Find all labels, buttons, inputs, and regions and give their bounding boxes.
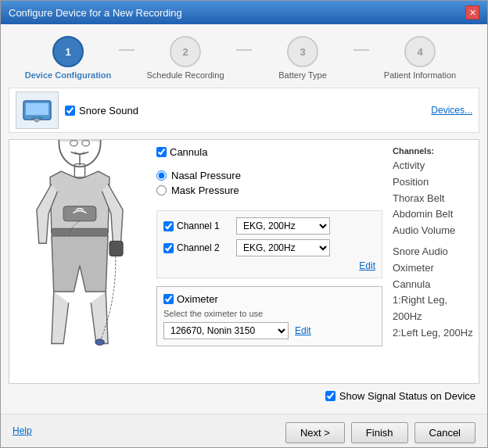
channel-1-checkbox[interactable] [163, 221, 174, 231]
step-connector-2 [236, 49, 252, 51]
step-3: 3 Battery Type [252, 36, 353, 80]
pressure-radio-group: Nasal Pressure Mask Pressure [156, 170, 382, 196]
channels-sidebar: Channels: Activity Position Thorax Belt … [389, 140, 479, 383]
ch-position: Position [393, 174, 475, 191]
step-1-label: Device Configuration [25, 70, 112, 80]
cannula-row: Cannula [156, 146, 382, 158]
svg-rect-3 [31, 116, 43, 119]
config-panel: Cannula Nasal Pressure Mask Pressure [150, 140, 389, 383]
step-connector-1 [119, 49, 135, 51]
window-title: Configure Device for a New Recording [9, 7, 182, 19]
channels-sidebar-title: Channels: [393, 146, 475, 156]
ch-snore: Snore Audio [393, 244, 475, 260]
ch-right-leg: 1:Right Leg, 200Hz [393, 292, 475, 325]
step-3-label: Battery Type [278, 70, 327, 80]
show-signal-text: Show Signal Status on Device [339, 390, 475, 402]
nasal-pressure-option[interactable]: Nasal Pressure [156, 170, 382, 181]
oximeter-edit-link[interactable]: Edit [295, 325, 311, 336]
svg-rect-11 [109, 241, 123, 256]
device-icon-area [16, 91, 59, 129]
nasal-pressure-radio[interactable] [156, 170, 167, 181]
oximeter-label: Oximeter [177, 293, 218, 305]
step-2: 2 Schedule Recording [135, 36, 236, 80]
oximeter-section: Oximeter Select the oximeter to use 1266… [156, 286, 382, 346]
step-4-label: Patient Information [384, 70, 456, 80]
channel-1-label: Channel 1 [177, 220, 231, 231]
cancel-button[interactable]: Cancel [414, 422, 475, 443]
step-2-circle[interactable]: 2 [170, 36, 201, 67]
snore-sound-text: Snore Sound [79, 105, 138, 116]
finish-button[interactable]: Finish [351, 422, 408, 443]
channel-2-row: Channel 2 EKG, 200Hz [163, 239, 375, 256]
show-signal-checkbox[interactable] [325, 391, 336, 401]
cannula-checkbox[interactable] [156, 147, 167, 157]
ch-cannula: Cannula [393, 277, 475, 293]
svg-point-12 [95, 339, 104, 345]
step-1-circle[interactable]: 1 [52, 36, 84, 67]
main-window: Configure Device for a New Recording ✕ 1… [0, 0, 488, 448]
snore-sound-row: Snore Sound Devices... [9, 88, 479, 133]
cannula-text: Cannula [170, 146, 207, 158]
step-4: 4 Patient Information [369, 36, 471, 80]
svg-rect-10 [52, 228, 108, 236]
snore-sound-checkbox[interactable] [65, 106, 75, 116]
mask-pressure-radio[interactable] [156, 185, 167, 195]
channels-section: Channel 1 EKG, 200Hz Channel 2 [156, 210, 382, 278]
ch-audio: Audio Volume [393, 223, 475, 239]
step-3-circle[interactable]: 3 [287, 36, 318, 67]
devices-link[interactable]: Devices... [431, 105, 472, 116]
channel-rows: Channel 1 EKG, 200Hz Channel 2 [163, 217, 375, 256]
main-area: Cannula Nasal Pressure Mask Pressure [9, 139, 479, 384]
step-connector-3 [353, 49, 369, 51]
help-link[interactable]: Help [9, 421, 36, 440]
content-area: 1 Device Configuration 2 Schedule Record… [1, 24, 487, 414]
mask-pressure-option[interactable]: Mask Pressure [156, 185, 382, 196]
body-figure-svg [17, 139, 142, 384]
bottom-bar: Show Signal Status on Device [9, 384, 479, 406]
oximeter-dropdown[interactable]: 126670, Nonin 3150 [163, 322, 289, 339]
channel-edit-link[interactable]: Edit [359, 260, 375, 271]
ch-abdomin: Abdomin Belt [393, 206, 475, 223]
nasal-pressure-label: Nasal Pressure [171, 170, 241, 181]
show-signal-label[interactable]: Show Signal Status on Device [325, 390, 475, 402]
svg-rect-1 [26, 103, 48, 115]
oximeter-sub-label: Select the oximeter to use [163, 309, 375, 318]
channel-2-checkbox[interactable] [163, 243, 174, 253]
channel-2-dropdown[interactable]: EKG, 200Hz [236, 239, 330, 256]
mask-pressure-label: Mask Pressure [171, 185, 239, 196]
snore-sound-label[interactable]: Snore Sound [65, 105, 138, 116]
ch-thorax: Thorax Belt [393, 191, 475, 207]
close-button[interactable]: ✕ [465, 5, 479, 20]
device-icon-svg [20, 95, 55, 126]
body-figure-area [9, 140, 150, 383]
channel-2-label: Channel 2 [177, 242, 231, 253]
channel-1-dropdown[interactable]: EKG, 200Hz [236, 217, 330, 235]
ch-left-leg: 2:Left Leg, 200Hz [393, 325, 475, 342]
next-button[interactable]: Next > [285, 422, 345, 443]
cannula-label[interactable]: Cannula [156, 146, 207, 158]
footer-area: Help Next > Finish Cancel [1, 414, 487, 447]
wizard-steps: 1 Device Configuration 2 Schedule Record… [9, 32, 479, 88]
oximeter-checkbox[interactable] [163, 294, 174, 304]
button-row: Next > Finish Cancel [285, 422, 479, 443]
step-1: 1 Device Configuration [17, 36, 119, 80]
title-bar: Configure Device for a New Recording ✕ [1, 1, 487, 24]
step-4-circle[interactable]: 4 [404, 36, 436, 67]
ch-activity: Activity [393, 158, 475, 174]
step-2-label: Schedule Recording [146, 70, 224, 80]
channel-1-row: Channel 1 EKG, 200Hz [163, 217, 375, 235]
oximeter-row: 126670, Nonin 3150 Edit [163, 322, 375, 339]
oximeter-title-row: Oximeter [163, 293, 375, 305]
ch-oximeter: Oximeter [393, 260, 475, 277]
